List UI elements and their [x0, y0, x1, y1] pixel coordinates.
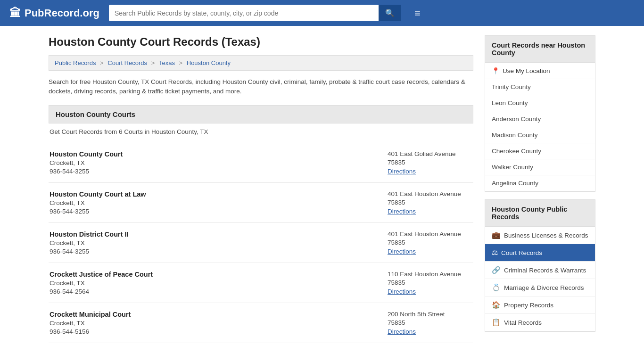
court-directions[interactable]: Directions	[388, 288, 472, 295]
main-container: Houston County Court Records (Texas) Pub…	[39, 26, 605, 353]
record-type-icon: 💍	[492, 283, 501, 292]
breadcrumb: Public Records > Court Records > Texas >…	[49, 55, 473, 71]
court-directions[interactable]: Directions	[388, 167, 472, 175]
breadcrumb-texas[interactable]: Texas	[159, 59, 175, 66]
courts-list: Houston County Court Crockett, TX 936-54…	[49, 143, 473, 343]
nearby-county-item[interactable]: Trinity County	[485, 79, 595, 95]
search-button[interactable]: 🔍	[379, 5, 401, 21]
court-address: 200 North 5th Street	[388, 311, 472, 318]
directions-link[interactable]: Directions	[388, 328, 416, 335]
court-left: Houston District Court II Crockett, TX 9…	[50, 230, 129, 255]
breadcrumb-public-records[interactable]: Public Records	[55, 59, 96, 66]
menu-button[interactable]: ≡	[414, 7, 421, 19]
record-type-icon: 📋	[492, 318, 501, 327]
court-right: 110 East Houston Avenue 75835 Directions	[388, 271, 472, 295]
logo[interactable]: 🏛 PubRecord.org	[9, 7, 99, 20]
page-title: Houston County Court Records (Texas)	[49, 35, 473, 49]
nearby-county-item[interactable]: Anderson County	[485, 111, 595, 127]
nearby-counties-list: 📍 Use My Location Trinity CountyLeon Cou…	[485, 63, 595, 192]
directions-link[interactable]: Directions	[388, 288, 416, 295]
location-label: Use My Location	[503, 67, 550, 74]
court-left: Houston County Court Crockett, TX 936-54…	[50, 150, 123, 175]
court-address: 110 East Houston Avenue	[388, 271, 472, 278]
nearby-county-item[interactable]: Cherokee County	[485, 143, 595, 159]
court-zip: 75835	[388, 159, 472, 166]
court-zip: 75835	[388, 239, 472, 246]
court-directions[interactable]: Directions	[388, 207, 472, 215]
court-left: Crockett Justice of Peace Court Crockett…	[50, 271, 153, 295]
nearby-county-item[interactable]: Leon County	[485, 95, 595, 111]
court-zip: 75835	[388, 279, 472, 286]
breadcrumb-sep-2: >	[151, 59, 157, 66]
nearby-county-item[interactable]: Angelina County	[485, 175, 595, 191]
directions-link[interactable]: Directions	[388, 168, 416, 175]
nearby-county-link[interactable]: Angelina County	[492, 180, 538, 187]
public-records-link[interactable]: Property Records	[504, 302, 553, 309]
court-phone: 936-544-3255	[50, 208, 146, 215]
search-icon: 🔍	[385, 9, 395, 17]
nearby-county-link[interactable]: Cherokee County	[492, 148, 541, 155]
nearby-county-item[interactable]: Walker County	[485, 159, 595, 175]
public-records-link[interactable]: Criminal Records & Warrants	[504, 267, 586, 274]
public-records-item[interactable]: 📋Vital Records	[485, 314, 595, 331]
court-city: Crockett, TX	[50, 280, 153, 287]
court-zip: 75835	[388, 319, 472, 326]
location-icon: 📍	[492, 67, 500, 74]
court-entry: Houston District Court II Crockett, TX 9…	[49, 223, 473, 263]
breadcrumb-houston-county[interactable]: Houston County	[187, 59, 231, 66]
court-name: Crockett Justice of Peace Court	[50, 271, 153, 278]
public-records-item[interactable]: 🏠Property Records	[485, 296, 595, 314]
court-left: Houston County Court at Law Crockett, TX…	[50, 190, 146, 215]
court-directions[interactable]: Directions	[388, 247, 472, 255]
use-my-location[interactable]: 📍 Use My Location	[485, 63, 595, 79]
court-entry: Crockett Municipal Court Crockett, TX 93…	[49, 303, 473, 343]
search-input[interactable]	[109, 5, 379, 21]
public-records-item[interactable]: ⚖Court Records	[485, 244, 595, 262]
court-city: Crockett, TX	[50, 159, 123, 166]
content-area: Houston County Court Records (Texas) Pub…	[49, 35, 473, 343]
public-records-link[interactable]: Vital Records	[504, 319, 542, 326]
nearby-county-link[interactable]: Madison County	[492, 132, 538, 139]
public-records-link[interactable]: Business Licenses & Records	[504, 232, 588, 239]
public-records-link[interactable]: Marriage & Divorce Records	[504, 284, 584, 291]
court-name: Houston District Court II	[50, 230, 129, 238]
nearby-county-item[interactable]: Madison County	[485, 127, 595, 143]
nearby-county-link[interactable]: Walker County	[492, 164, 533, 171]
court-phone: 936-544-3255	[50, 248, 129, 255]
court-right: 401 East Houston Avenue 75835 Directions	[388, 190, 472, 215]
court-right: 401 East Goliad Avenue 75835 Directions	[388, 150, 472, 175]
directions-link[interactable]: Directions	[388, 208, 416, 215]
court-address: 401 East Houston Avenue	[388, 230, 472, 238]
nearby-counties: Trinity CountyLeon CountyAnderson County…	[485, 79, 595, 191]
nearby-county-link[interactable]: Anderson County	[492, 115, 541, 123]
court-address: 401 East Houston Avenue	[388, 190, 472, 197]
court-left: Crockett Municipal Court Crockett, TX 93…	[50, 311, 131, 335]
court-city: Crockett, TX	[50, 320, 131, 327]
breadcrumb-sep-1: >	[100, 59, 105, 66]
court-address: 401 East Goliad Avenue	[388, 150, 472, 157]
nearby-county-link[interactable]: Leon County	[492, 99, 528, 107]
record-type-icon: 🔗	[492, 266, 501, 274]
court-right: 200 North 5th Street 75835 Directions	[388, 311, 472, 335]
court-right: 401 East Houston Avenue 75835 Directions	[388, 230, 472, 255]
record-type-icon: ⚖	[492, 248, 498, 257]
directions-link[interactable]: Directions	[388, 248, 416, 255]
public-records-list: 💼Business Licenses & Records⚖Court Recor…	[485, 227, 595, 332]
nearby-header: Court Records near Houston County	[485, 35, 595, 63]
logo-text: PubRecord.org	[25, 7, 99, 19]
public-records-item[interactable]: 🔗Criminal Records & Warrants	[485, 262, 595, 279]
public-records-header: Houston County Public Records	[485, 199, 595, 227]
public-records-item[interactable]: 💍Marriage & Divorce Records	[485, 279, 595, 296]
nearby-county-link[interactable]: Trinity County	[492, 83, 531, 90]
breadcrumb-court-records[interactable]: Court Records	[107, 59, 147, 66]
court-directions[interactable]: Directions	[388, 328, 472, 335]
logo-icon: 🏛	[9, 7, 21, 20]
court-name: Houston County Court	[50, 150, 123, 158]
court-zip: 75835	[388, 199, 472, 206]
court-entry: Crockett Justice of Peace Court Crockett…	[49, 263, 473, 303]
court-name: Houston County Court at Law	[50, 190, 146, 198]
public-records-items: 💼Business Licenses & Records⚖Court Recor…	[485, 227, 595, 331]
public-records-item[interactable]: 💼Business Licenses & Records	[485, 227, 595, 244]
description: Search for free Houston County, TX Court…	[49, 77, 473, 97]
public-records-link[interactable]: Court Records	[501, 249, 542, 256]
